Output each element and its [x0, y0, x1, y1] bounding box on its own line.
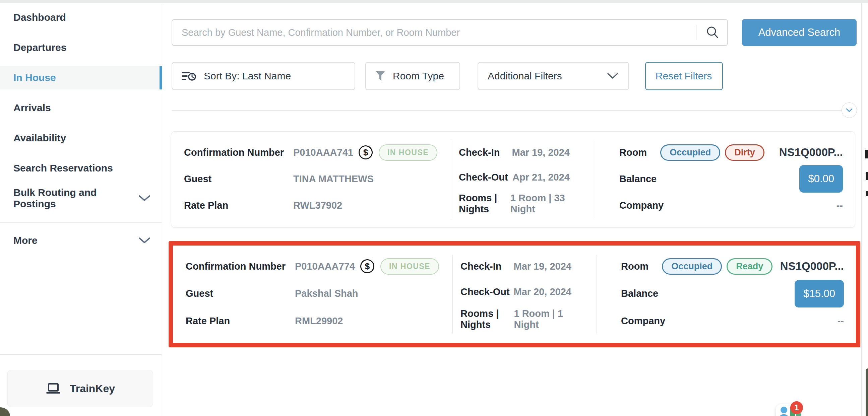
trainkey-label: TrainKey	[70, 383, 115, 395]
confirmation-row: Confirmation Number P010AAA741 $ IN HOUS…	[184, 143, 451, 162]
confirmation-number-label: Confirmation Number	[186, 261, 295, 272]
sidebar-item-more[interactable]: More	[0, 229, 162, 252]
room-row: Room Occupied Dirty NS1Q000P...	[619, 143, 843, 162]
company-label: Company	[619, 200, 663, 211]
sidebar-item-arrivals[interactable]: Arrivals	[0, 96, 162, 120]
room-number: NS1Q000P...	[779, 146, 843, 159]
search-icon[interactable]	[706, 26, 719, 39]
room-label: Room	[621, 261, 649, 272]
card-room-column: Room Occupied Dirty NS1Q000P... Balance …	[595, 132, 855, 227]
sidebar-nav: Dashboard Departures In House Arrivals A…	[0, 3, 162, 259]
rate-plan-row: Rate Plan RML29902	[186, 312, 453, 330]
rooms-nights-label: Rooms | Nights	[459, 193, 510, 215]
reset-filters-button[interactable]: Reset Filters	[645, 62, 723, 90]
cutoff-content-artifact	[866, 172, 868, 180]
cutoff-content-artifact	[866, 191, 868, 196]
sidebar-item-label: Availability	[13, 132, 66, 144]
additional-filters-dropdown[interactable]: Additional Filters	[477, 62, 629, 90]
sidebar-item-bulk-routing[interactable]: Bulk Routing and Postings	[0, 187, 162, 210]
check-out-value: Mar 20, 2024	[514, 286, 571, 297]
company-value: --	[837, 200, 843, 211]
guest-row: Guest Pakshal Shah	[186, 284, 453, 303]
room-type-filter-button[interactable]: Room Type	[365, 62, 460, 90]
laptop-icon	[45, 383, 61, 394]
sidebar-divider	[0, 222, 162, 223]
balance-label: Balance	[619, 173, 656, 185]
sidebar-item-label: Departures	[13, 42, 66, 53]
top-window-strip	[0, 0, 868, 3]
rooms-nights-value: 1 Room | 1 Night	[514, 308, 571, 330]
sidebar-item-label: Search Reservations	[13, 162, 113, 174]
sidebar-item-label: Arrivals	[13, 102, 51, 114]
confirmation-number-label: Confirmation Number	[184, 147, 293, 158]
check-in-row: Check-In Mar 19, 2024	[459, 143, 570, 162]
advanced-search-button[interactable]: Advanced Search	[742, 19, 857, 46]
search-box	[172, 19, 728, 46]
card-dates-column: Check-In Mar 19, 2024 Check-Out Apr 21, …	[451, 132, 595, 227]
sidebar-item-departures[interactable]: Departures	[0, 36, 162, 59]
highlight-annotation: Confirmation Number P010AAA774 $ IN HOUS…	[168, 241, 860, 347]
chevron-down-icon	[138, 195, 151, 202]
sidebar-item-availability[interactable]: Availability	[0, 126, 162, 150]
status-badge: IN HOUSE	[379, 145, 437, 161]
check-in-label: Check-In	[461, 261, 501, 272]
sidebar-item-label: Bulk Routing and Postings	[13, 187, 138, 210]
card-dates-column: Check-In Mar 19, 2024 Check-Out Mar 20, …	[453, 246, 596, 343]
check-in-value: Mar 19, 2024	[512, 147, 570, 158]
check-in-label: Check-In	[459, 147, 500, 158]
balance-button[interactable]: $15.00	[795, 280, 844, 308]
occupancy-badge: Occupied	[660, 145, 720, 161]
balance-button[interactable]: $0.00	[799, 165, 843, 193]
rooms-nights-row: Rooms | Nights 1 Room | 33 Night	[459, 193, 570, 215]
sort-by-label: Sort By: Last Name	[204, 70, 291, 82]
chevron-down-icon	[138, 237, 151, 244]
check-out-row: Check-Out Mar 20, 2024	[461, 283, 571, 301]
sidebar-item-in-house[interactable]: In House	[0, 66, 162, 89]
rate-plan-value: RML29902	[295, 316, 343, 327]
sidebar-item-label: More	[13, 235, 37, 246]
search-divider	[696, 25, 696, 40]
reservation-card[interactable]: Confirmation Number P010AAA741 $ IN HOUS…	[171, 131, 855, 228]
funnel-icon	[375, 71, 385, 82]
card-identity-column: Confirmation Number P010AAA774 $ IN HOUS…	[173, 246, 453, 343]
confirmation-number-value: P010AAA774	[295, 261, 355, 272]
confirmation-number-value: P010AAA741	[293, 147, 353, 158]
rooms-nights-value: 1 Room | 33 Night	[510, 193, 570, 215]
chevron-down-icon	[846, 108, 852, 113]
card-identity-column: Confirmation Number P010AAA741 $ IN HOUS…	[171, 132, 451, 227]
dollar-icon[interactable]: $	[359, 146, 373, 159]
room-row: Room Occupied Ready NS1Q000P...	[621, 257, 844, 276]
reset-filters-label: Reset Filters	[655, 70, 712, 82]
sort-by-button[interactable]: Sort By: Last Name	[172, 62, 355, 90]
right-edge-artifact	[866, 369, 868, 416]
sidebar-item-dashboard[interactable]: Dashboard	[0, 6, 162, 29]
cutoff-content-artifact	[865, 150, 868, 158]
company-value: --	[837, 316, 844, 327]
additional-filters-label: Additional Filters	[488, 70, 562, 82]
trainkey-button[interactable]: TrainKey	[7, 370, 153, 407]
dollar-icon[interactable]: $	[360, 259, 374, 273]
room-label: Room	[619, 147, 647, 158]
company-label: Company	[621, 316, 665, 327]
sidebar-item-label: Dashboard	[13, 12, 66, 23]
guest-value: Pakshal Shah	[295, 288, 358, 299]
guest-value: TINA MATTHEWS	[293, 173, 374, 185]
sidebar-item-search-reservations[interactable]: Search Reservations	[0, 156, 162, 180]
check-in-value: Mar 19, 2024	[514, 261, 571, 272]
balance-row: Balance $0.00	[619, 165, 843, 193]
housekeeping-badge: Dirty	[725, 145, 765, 161]
collapse-toggle[interactable]	[841, 102, 857, 118]
guest-label: Guest	[186, 288, 295, 299]
section-divider	[172, 110, 842, 110]
notification-badge: 1	[790, 401, 803, 414]
card-room-column: Room Occupied Ready NS1Q000P... Balance …	[597, 246, 856, 343]
reservation-card[interactable]: Confirmation Number P010AAA774 $ IN HOUS…	[173, 246, 856, 343]
rate-plan-label: Rate Plan	[184, 200, 293, 211]
confirmation-row: Confirmation Number P010AAA774 $ IN HOUS…	[186, 257, 453, 276]
search-input[interactable]	[182, 27, 693, 38]
sidebar: Dashboard Departures In House Arrivals A…	[0, 3, 162, 416]
room-number: NS1Q000P...	[780, 260, 844, 273]
sidebar-item-label: In House	[13, 72, 56, 84]
company-row: Company --	[619, 196, 843, 215]
housekeeping-badge: Ready	[726, 258, 773, 275]
